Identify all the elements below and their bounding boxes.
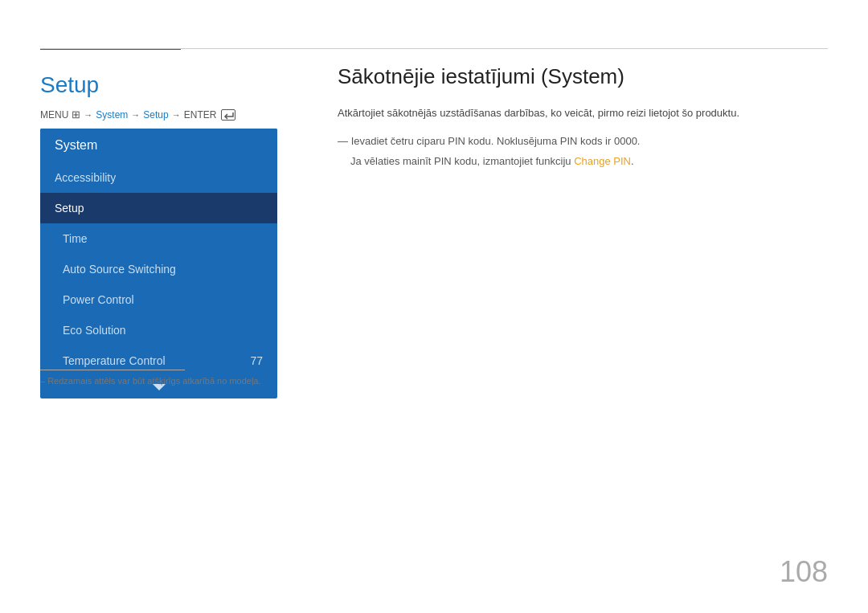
- sidebar-item-time[interactable]: Time: [40, 223, 277, 254]
- sidebar-item-temperature[interactable]: Temperature Control 77: [40, 345, 277, 376]
- sidebar-item-eco-solution-label: Eco Solution: [63, 324, 126, 337]
- content-area: Sākotnējie iestatījumi (System) Atkārtoj…: [338, 64, 828, 171]
- sidebar-item-temperature-label: Temperature Control: [63, 354, 166, 367]
- page-number: 108: [780, 555, 828, 589]
- arrow1: →: [84, 110, 92, 120]
- menu-icon: ⊞: [72, 108, 80, 121]
- sidebar-item-accessibility-label: Accessibility: [55, 171, 116, 184]
- sidebar-item-auto-source[interactable]: Auto Source Switching: [40, 254, 277, 284]
- note2-suffix: .: [631, 155, 634, 167]
- content-note-1: Ievadiet četru ciparu PIN kodu. Noklusēj…: [338, 132, 828, 150]
- sidebar-item-setup[interactable]: Setup: [40, 193, 277, 223]
- sidebar-item-auto-source-label: Auto Source Switching: [63, 263, 176, 276]
- change-pin-link[interactable]: Change PIN: [574, 155, 631, 167]
- breadcrumb: MENU ⊞ → System → Setup → ENTER: [40, 108, 235, 121]
- content-notes: Ievadiet četru ciparu PIN kodu. Noklusēj…: [338, 132, 828, 171]
- footnote: – Redzamais attēls var būt atšķirīgs atk…: [40, 376, 261, 386]
- sidebar-item-time-label: Time: [63, 232, 88, 245]
- sidebar-item-accessibility[interactable]: Accessibility: [40, 162, 277, 193]
- top-divider: [40, 48, 828, 49]
- menu-header: System: [40, 129, 277, 162]
- sidebar-item-eco-solution[interactable]: Eco Solution: [40, 315, 277, 345]
- breadcrumb-setup[interactable]: Setup: [143, 109, 168, 121]
- sidebar-item-power-control[interactable]: Power Control: [40, 284, 277, 315]
- enter-icon: [221, 109, 235, 121]
- sidebar-item-temperature-value: 77: [250, 354, 263, 367]
- arrow2: →: [131, 110, 140, 120]
- sidebar-item-setup-label: Setup: [55, 202, 84, 215]
- content-title: Sākotnējie iestatījumi (System): [338, 64, 828, 89]
- menu-label: MENU: [40, 109, 68, 121]
- content-description: Atkārtojiet sākotnējās uzstādīšanas darb…: [338, 105, 828, 122]
- breadcrumb-system[interactable]: System: [96, 109, 128, 121]
- breadcrumb-enter: ENTER: [184, 109, 217, 121]
- menu-panel: System Accessibility Setup Time Auto Sou…: [40, 129, 277, 398]
- page-title: Setup: [40, 72, 99, 98]
- note2-prefix: Ja vēlaties mainīt PIN kodu, izmantojiet…: [350, 155, 574, 167]
- arrow3: →: [172, 110, 181, 120]
- sidebar-item-power-control-label: Power Control: [63, 293, 134, 306]
- content-note-2: Ja vēlaties mainīt PIN kodu, izmantojiet…: [338, 152, 828, 170]
- footnote-divider: [40, 370, 185, 370]
